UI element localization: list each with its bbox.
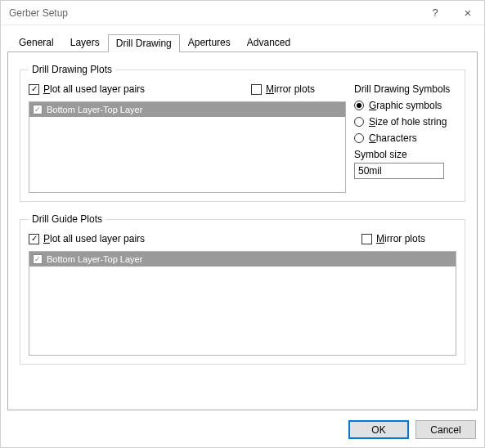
tab-apertures[interactable]: Apertures xyxy=(180,34,239,52)
tab-panel: Drill Drawing Plots Plot all used layer … xyxy=(7,52,478,410)
checkbox-mirror-guide[interactable]: Mirror plots xyxy=(362,233,425,244)
radio-hole-string[interactable]: Size of hole string xyxy=(354,116,456,128)
layer-pair-label: Bottom Layer-Top Layer xyxy=(47,105,142,114)
checkbox-label: Mirror plots xyxy=(376,233,425,244)
layer-pair-list-drawing[interactable]: Bottom Layer-Top Layer xyxy=(29,101,346,193)
checkbox-icon xyxy=(362,234,372,244)
checkbox-plot-all-guide[interactable]: Plot all used layer pairs xyxy=(29,233,145,244)
group-title: Drill Drawing Plots xyxy=(29,64,115,75)
tab-advanced[interactable]: Advanced xyxy=(239,34,299,52)
checkbox-icon xyxy=(29,234,39,244)
content-area: General Layers Drill Drawing Apertures A… xyxy=(1,25,484,415)
close-icon[interactable]: × xyxy=(451,1,484,25)
checkbox-icon xyxy=(33,254,43,264)
titlebar: Gerber Setup ? × xyxy=(1,1,484,25)
cancel-button[interactable]: Cancel xyxy=(415,420,476,439)
radio-icon xyxy=(354,117,364,127)
layer-pair-label: Bottom Layer-Top Layer xyxy=(47,254,142,264)
radio-icon xyxy=(354,101,364,110)
checkbox-mirror-drawing[interactable]: Mirror plots xyxy=(251,83,315,95)
checkbox-label: Mirror plots xyxy=(266,83,315,95)
symbol-size-label: Symbol size xyxy=(354,149,456,160)
group-drill-guide-plots: Drill Guide Plots Plot all used layer pa… xyxy=(20,213,465,365)
dialog-buttons: OK Cancel xyxy=(1,415,484,447)
radio-characters[interactable]: Characters xyxy=(354,132,456,144)
tab-drill-drawing[interactable]: Drill Drawing xyxy=(108,34,180,52)
tab-strip: General Layers Drill Drawing Apertures A… xyxy=(11,34,478,52)
checkbox-icon xyxy=(29,84,39,95)
tab-layers[interactable]: Layers xyxy=(62,34,108,52)
group-drill-drawing-plots: Drill Drawing Plots Plot all used layer … xyxy=(20,64,465,202)
radio-graphic-symbols[interactable]: Graphic symbols xyxy=(354,100,456,111)
window-title: Gerber Setup xyxy=(9,7,419,19)
list-item[interactable]: Bottom Layer-Top Layer xyxy=(29,252,456,267)
group-title: Drill Guide Plots xyxy=(29,213,106,225)
radio-label: Size of hole string xyxy=(369,116,447,128)
symbols-heading: Drill Drawing Symbols xyxy=(354,83,456,95)
radio-label: Characters xyxy=(369,132,417,144)
symbol-size-input[interactable] xyxy=(354,163,444,179)
tab-general[interactable]: General xyxy=(11,34,62,52)
checkbox-icon xyxy=(33,105,43,114)
radio-label: Graphic symbols xyxy=(369,100,442,111)
checkbox-label: Plot all used layer pairs xyxy=(43,233,145,244)
radio-icon xyxy=(354,133,364,143)
checkbox-label: Plot all used layer pairs xyxy=(43,83,145,95)
checkbox-icon xyxy=(251,84,262,95)
list-item[interactable]: Bottom Layer-Top Layer xyxy=(29,102,345,117)
ok-button[interactable]: OK xyxy=(348,420,409,439)
help-icon[interactable]: ? xyxy=(419,1,451,25)
layer-pair-list-guide[interactable]: Bottom Layer-Top Layer xyxy=(29,251,456,356)
checkbox-plot-all-drawing[interactable]: Plot all used layer pairs xyxy=(29,83,145,95)
gerber-setup-dialog: Gerber Setup ? × General Layers Drill Dr… xyxy=(0,0,485,448)
